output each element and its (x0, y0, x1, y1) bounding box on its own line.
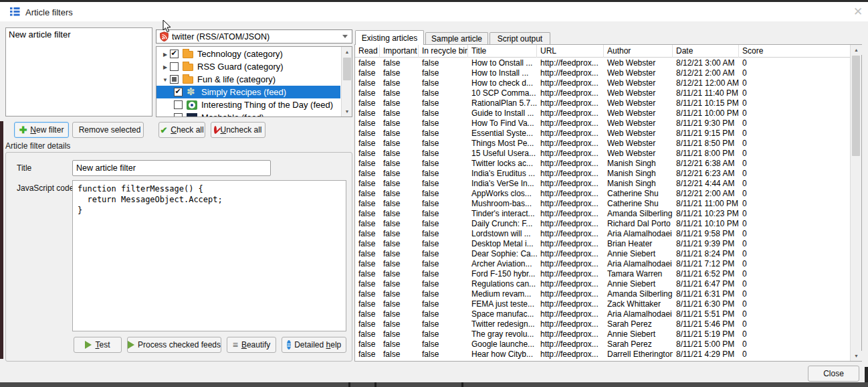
article-row[interactable]: false false false India's Eruditus ... h… (355, 169, 850, 179)
cell-title: FEMA just teste... (468, 299, 537, 309)
cell-url: http://feedprox... (537, 78, 604, 88)
article-row[interactable]: false false false Desktop Metal i... htt… (355, 239, 850, 249)
table-header-cell[interactable]: Author (604, 45, 673, 58)
feed-checkbox[interactable] (174, 100, 183, 109)
article-row[interactable]: false false false Google launche... http… (355, 339, 850, 350)
test-button[interactable]: Test (74, 337, 122, 353)
feeds-tree[interactable]: Technology (category) RSS Guard (categor… (156, 46, 352, 117)
window-close-icon[interactable] (851, 5, 865, 19)
feed-tree-item[interactable]: Technology (category) (156, 48, 340, 60)
article-row[interactable]: false false false Lordstown will ... htt… (355, 229, 850, 239)
detailed-help-button[interactable]: Detailed help (282, 337, 346, 353)
feed-checkbox[interactable] (170, 62, 179, 71)
article-row[interactable]: false false false India's VerSe In... ht… (355, 179, 850, 189)
tree-scrollbar[interactable]: ▲ ▼ (341, 47, 352, 117)
window-title: Article filters (25, 7, 73, 17)
article-row[interactable]: false false false Twitter locks ac... ht… (355, 159, 850, 169)
article-row[interactable]: false false false 15 Useful Usera... htt… (355, 149, 850, 159)
article-row[interactable]: false false false How to check d... http… (355, 78, 850, 88)
uncheck-all-button[interactable]: Uncheck all (211, 122, 265, 138)
check-all-button[interactable]: Check all (158, 122, 205, 138)
scrollbar-thumb[interactable] (343, 58, 351, 80)
tab[interactable]: Existing articles (355, 30, 424, 45)
scroll-up-icon[interactable]: ▲ (342, 47, 352, 57)
article-row[interactable]: false false false Things Most Pe... http… (355, 139, 850, 149)
cell-important: false (380, 68, 419, 78)
article-row[interactable]: false false false How to Install ... htt… (355, 68, 850, 78)
cell-url: http://feedprox... (537, 289, 604, 299)
filter-list-item[interactable]: New article filter (6, 28, 152, 41)
article-row[interactable]: false false false Dear Sophie: Ca... htt… (355, 249, 850, 259)
title-input[interactable]: New article filter (72, 160, 271, 176)
article-row[interactable]: false false false The gray revolu... htt… (355, 329, 850, 339)
expand-arrow-icon[interactable] (160, 76, 170, 83)
table-header-label: Read (358, 46, 378, 56)
cell-date: 8/11/21 5:00 PM (673, 339, 739, 350)
feed-tree-item[interactable]: Mashable (feed) (156, 111, 340, 117)
tab[interactable]: Sample article (425, 32, 488, 45)
article-row[interactable]: false false false RationalPlan 5.7... ht… (355, 98, 850, 108)
feed-tree-item[interactable]: Interesting Thing of the Day (feed) (156, 98, 340, 111)
article-row[interactable]: false false false FEMA just teste... htt… (355, 299, 850, 309)
table-header-cell[interactable]: Score (739, 45, 850, 58)
cell-score: 0 (739, 219, 850, 229)
article-row[interactable]: false false false Twitter redesign... ht… (355, 319, 850, 329)
filters-list[interactable]: New article filter (5, 27, 152, 117)
article-row[interactable]: false false false Medium revam... http:/… (355, 289, 850, 299)
table-header-cell[interactable]: Date (673, 45, 739, 58)
feed-tree-item[interactable]: RSS Guard (category) (156, 60, 340, 73)
close-button[interactable]: Close (808, 366, 859, 382)
article-row[interactable]: false false false Guide to Install ... h… (355, 108, 850, 119)
cell-date: 8/11/21 9:30 PM (673, 119, 739, 129)
cell-url: http://feedprox... (537, 129, 604, 139)
table-header-cell[interactable]: Title (468, 45, 537, 58)
article-row[interactable]: false false false Daily Crunch: F... htt… (355, 219, 850, 229)
article-row[interactable]: false false false AppWorks clos... http:… (355, 189, 850, 199)
scroll-up-icon[interactable]: ▲ (851, 45, 862, 55)
feed-tree-item[interactable]: Simply Recipes (feed) (156, 86, 340, 98)
article-row[interactable]: false false false 10 SCP Comma... http:/… (355, 88, 850, 98)
table-header-cell[interactable]: In recycle bin (419, 45, 468, 58)
feed-tree-item[interactable]: Fun & life (category) (156, 73, 340, 86)
cell-important: false (380, 119, 419, 129)
cell-read: false (355, 139, 380, 149)
scroll-down-icon[interactable]: ▼ (342, 106, 352, 117)
feed-checkbox[interactable] (174, 88, 183, 96)
article-row[interactable]: false false false Space manufac... http:… (355, 309, 850, 319)
titlebar[interactable]: Article filters (0, 2, 868, 21)
article-row[interactable]: false false false How To Find Va... http… (355, 119, 850, 129)
account-combobox[interactable]: twitter (RSS/ATOM/JSON) (156, 29, 352, 44)
article-row[interactable]: false false false Essential Syste... htt… (355, 129, 850, 139)
play-icon (128, 341, 134, 349)
feed-checkbox[interactable] (174, 113, 183, 117)
article-row[interactable]: false false false How to Onstall ... htt… (355, 58, 850, 68)
process-checked-feeds-button[interactable]: Process checked feeds (127, 337, 221, 353)
article-row[interactable]: false false false Tinder's interact... h… (355, 209, 850, 219)
scrollbar-thumb[interactable] (852, 56, 860, 156)
scroll-down-icon[interactable]: ▼ (851, 351, 862, 361)
cell-recycle-bin: false (419, 339, 468, 350)
taskbar-strip (0, 382, 868, 387)
expand-arrow-icon[interactable] (160, 51, 170, 58)
cell-url: http://feedprox... (537, 350, 604, 360)
table-header-cell[interactable]: URL (537, 45, 604, 58)
table-scrollbar[interactable]: ▲ ▼ (850, 45, 861, 361)
tab[interactable]: Script output (490, 32, 550, 45)
detailed-help-label: Detailed help (294, 340, 341, 350)
cell-important: false (380, 269, 419, 279)
feed-checkbox[interactable] (170, 50, 179, 58)
beautify-button[interactable]: Beautify (227, 337, 276, 353)
article-row[interactable]: false false false Regulations can... htt… (355, 279, 850, 289)
new-filter-button[interactable]: New filter (14, 122, 69, 138)
article-row[interactable]: false false false Mushroom-bas... http:/… (355, 199, 850, 209)
expand-arrow-icon[interactable] (160, 64, 170, 70)
feed-checkbox[interactable] (170, 75, 179, 84)
js-code-editor[interactable]: function filterMessage() { return Messag… (72, 180, 346, 331)
remove-selected-button[interactable]: Remove selected (72, 122, 144, 138)
article-row[interactable]: false false false Archer Aviation... htt… (355, 259, 850, 269)
cell-recycle-bin: false (419, 209, 468, 219)
table-header-cell[interactable]: Important (380, 45, 419, 58)
article-row[interactable]: false false false Hear how Cityb... http… (355, 350, 850, 360)
table-header-cell[interactable]: Read (355, 45, 380, 58)
article-row[interactable]: false false false Ford F-150 hybr... htt… (355, 269, 850, 279)
